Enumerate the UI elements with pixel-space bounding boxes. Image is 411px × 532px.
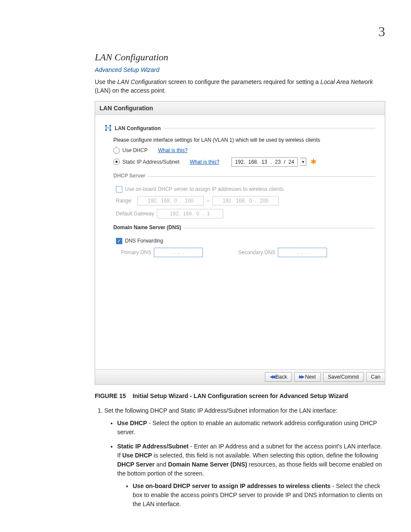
use-dhcp-radio[interactable] <box>113 147 120 154</box>
what-is-this-dhcp[interactable]: What is this? <box>158 147 188 153</box>
range-to-input[interactable]: 192. 168. 0 . 200 <box>212 196 279 205</box>
range-from-input[interactable]: 192. 168. 0 . 100 <box>137 196 204 205</box>
next-arrow-icon: ▶▶ <box>299 374 303 380</box>
primary-dns-label: Primary DNS <box>121 249 151 255</box>
what-is-this-static[interactable]: What is this? <box>190 159 220 165</box>
bullet-static-ip: Static IP Address/Subnet - Enter an IP A… <box>117 442 385 509</box>
fieldset-dhcp-server: DHCP Server <box>113 173 148 179</box>
intro-text: Use the LAN Configuration screen to conf… <box>95 78 385 95</box>
secondary-dns-label: Secondary DNS <box>238 249 275 255</box>
use-dhcp-label: Use DHCP <box>122 147 148 153</box>
panel-title: LAN Configuration <box>95 102 385 115</box>
bullet-onboard-dhcp: Use on-board DHCP server to assign IP ad… <box>133 482 385 509</box>
svg-rect-0 <box>105 125 107 127</box>
step-1: Set the following DHCP and Static IP Add… <box>104 406 385 509</box>
wizard-link[interactable]: Advanced Setup Wizard <box>95 66 385 73</box>
fieldset-dns: Domain Name Server (DNS) <box>113 224 184 230</box>
fieldset-lan-config: LAN Configuration <box>105 124 163 133</box>
instruction-text: Please configure interface settings for … <box>113 137 375 143</box>
static-ip-radio[interactable] <box>113 159 120 165</box>
step-list: Set the following DHCP and Static IP Add… <box>97 406 385 509</box>
back-arrow-icon: ◀◀ <box>270 374 274 380</box>
secondary-dns-input[interactable]: . . . <box>278 248 327 257</box>
save-commit-button[interactable]: Save/Commit <box>323 372 364 382</box>
section-title: LAN Configuration <box>95 52 385 63</box>
dns-forwarding-checkbox[interactable]: ✓ <box>116 238 122 244</box>
next-button[interactable]: ▶▶ Next <box>294 372 321 382</box>
lan-config-panel: LAN Configuration LAN Configuration Plea… <box>95 101 385 385</box>
back-button[interactable]: ◀◀ Back <box>265 372 292 382</box>
cancel-button[interactable]: Can <box>366 372 385 382</box>
svg-rect-1 <box>109 125 111 127</box>
dns-forwarding-label: DNS Forwarding <box>125 238 163 244</box>
onboard-dhcp-label: Use on-board DHCP server to assign IP ad… <box>125 186 283 192</box>
page-number: 3 <box>378 24 385 40</box>
onboard-dhcp-checkbox[interactable] <box>116 186 122 193</box>
svg-rect-2 <box>105 129 107 131</box>
primary-dns-input[interactable]: . . . <box>154 248 203 257</box>
gateway-label: Default Gateway <box>116 211 154 217</box>
range-label: Range <box>116 198 135 204</box>
gateway-input[interactable]: 192. 168. 0 . 1 <box>157 209 223 218</box>
figure-caption: FIGURE 15 Initial Setup Wizard - LAN Con… <box>95 392 385 399</box>
svg-rect-3 <box>109 129 111 131</box>
static-ip-input[interactable]: 192. 168. 13 . 23 / 24 <box>231 157 298 167</box>
bullet-use-dhcp: Use DHCP - Select the option to enable a… <box>117 419 385 437</box>
static-ip-label: Static IP Address/Subnet <box>122 159 180 165</box>
required-icon: ✱ <box>311 158 316 166</box>
subnet-dropdown[interactable]: ▾ <box>300 158 306 166</box>
network-icon <box>105 127 113 133</box>
